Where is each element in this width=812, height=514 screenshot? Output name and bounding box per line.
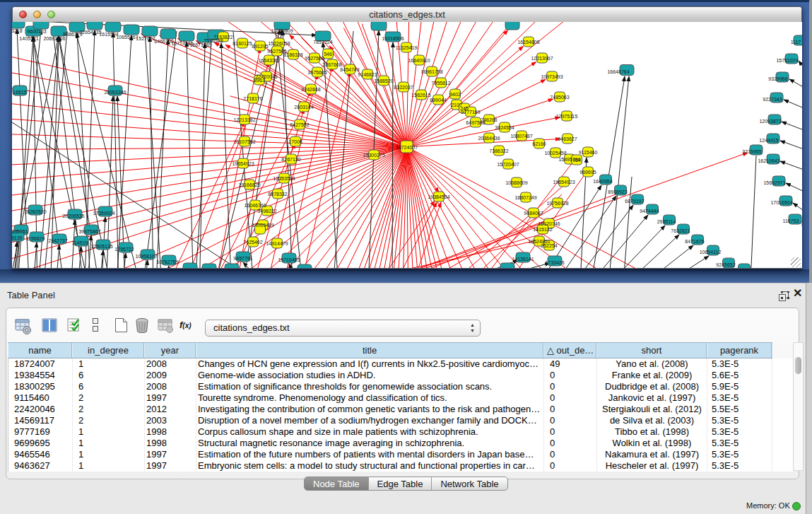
svg-text:1640954: 1640954 [593,179,612,184]
svg-text:39975867: 39975867 [78,229,100,234]
svg-text:7485063: 7485063 [550,95,569,100]
svg-text:2935114: 2935114 [657,219,676,224]
svg-text:15300275: 15300275 [363,153,384,158]
svg-text:39139: 39139 [12,235,23,240]
svg-text:8938923: 8938923 [608,189,627,194]
svg-text:3624554: 3624554 [495,125,514,130]
svg-text:16033809: 16033809 [271,28,293,33]
svg-text:9115460: 9115460 [579,150,598,155]
svg-text:14099489: 14099489 [252,223,273,228]
svg-text:19166825: 19166825 [238,182,260,187]
svg-text:1405571: 1405571 [19,36,38,41]
svg-text:16515: 16515 [13,90,27,95]
svg-text:16046766: 16046766 [244,203,266,208]
svg-text:1615132: 1615132 [533,227,552,232]
svg-text:16154808: 16154808 [517,40,539,45]
svg-text:1588520: 1588520 [374,78,393,83]
svg-text:1562615: 1562615 [411,93,430,98]
svg-text:20364436: 20364436 [478,136,500,141]
svg-text:4192832: 4192832 [498,267,517,269]
svg-text:15692971: 15692971 [763,180,785,185]
svg-text:1795722: 1795722 [114,247,134,252]
svg-text:12975115: 12975115 [556,114,578,119]
svg-text:9777169: 9777169 [461,110,480,115]
svg-text:899044: 899044 [430,98,446,103]
svg-text:19654923: 19654923 [553,180,575,185]
svg-text:10958107: 10958107 [135,254,157,259]
svg-text:2867608: 2867608 [322,62,341,67]
svg-text:10025458: 10025458 [544,151,566,156]
svg-text:10688609: 10688609 [505,180,527,185]
svg-text:7632621: 7632621 [671,228,690,233]
svg-text:12093873: 12093873 [759,119,781,124]
svg-text:9146821: 9146821 [358,72,377,77]
svg-text:546: 546 [324,52,332,57]
svg-text:16671385: 16671385 [189,42,211,47]
svg-text:15716485: 15716485 [278,257,300,262]
svg-text:12505135: 12505135 [90,244,112,249]
svg-text:12213382: 12213382 [233,117,255,122]
svg-text:7163822: 7163822 [213,35,233,40]
svg-text:17359924: 17359924 [93,211,114,216]
svg-text:3498222: 3498222 [257,209,276,214]
svg-text:1156829: 1156829 [26,236,45,241]
svg-text:8427552: 8427552 [290,122,309,127]
svg-text:8454749: 8454749 [340,67,359,72]
svg-text:20691406: 20691406 [43,36,65,41]
svg-text:114519: 114519 [72,240,88,245]
svg-text:12353594: 12353594 [273,176,295,181]
svg-text:16210643: 16210643 [758,158,779,163]
svg-text:9402: 9402 [449,92,461,97]
svg-text:969695: 969695 [579,170,596,175]
svg-text:3215955: 3215955 [742,149,761,154]
svg-text:10107552: 10107552 [233,139,255,144]
svg-text:9684067: 9684067 [524,211,543,216]
svg-text:18724007: 18724007 [396,145,418,150]
svg-text:2718176: 2718176 [243,96,262,101]
svg-text:10807487: 10807487 [510,134,532,139]
svg-text:9329966: 9329966 [768,76,787,81]
svg-text:16640910: 16640910 [408,58,430,63]
svg-text:1244415: 1244415 [759,138,778,143]
svg-text:19218506: 19218506 [382,36,404,41]
svg-text:19654923: 19654923 [232,161,254,166]
svg-text:8878332: 8878332 [268,192,287,197]
svg-text:8322037: 8322037 [394,85,413,90]
svg-text:14136141: 14136141 [512,257,534,262]
svg-text:3675685: 3675685 [307,70,326,75]
svg-text:11325419: 11325419 [396,45,418,50]
svg-text:8267130: 8267130 [281,157,300,162]
svg-text:15751074: 15751074 [776,58,798,63]
svg-text:9600133: 9600133 [27,29,46,34]
svg-text:10654112: 10654112 [700,250,722,255]
svg-text:8961: 8961 [254,78,265,83]
svg-text:15720407: 15720407 [497,162,519,167]
svg-text:7386322: 7386322 [489,148,508,153]
svg-text:14914479: 14914479 [266,241,288,246]
svg-text:1527602: 1527602 [136,36,155,41]
svg-text:26260520: 26260520 [24,209,46,214]
svg-text:02654235: 02654235 [79,30,101,35]
svg-text:7625402: 7625402 [243,240,262,245]
svg-text:891295: 891295 [252,44,268,49]
svg-text:8186328: 8186328 [283,52,302,57]
svg-text:9457791: 9457791 [233,256,252,261]
svg-text:16648764: 16648764 [607,69,629,74]
svg-text:9527508: 9527508 [305,56,324,61]
svg-text:964: 964 [572,158,581,163]
svg-text:9242848: 9242848 [301,87,320,92]
svg-text:2942737: 2942737 [48,238,67,243]
svg-text:15226058: 15226058 [268,41,290,46]
svg-text:7857224: 7857224 [313,40,332,45]
svg-text:8160125: 8160125 [233,41,252,46]
svg-text:17016504: 17016504 [770,200,792,205]
svg-text:12213967: 12213967 [531,56,553,61]
svg-text:64835030: 64835030 [730,268,752,269]
svg-text:17006: 17006 [288,139,302,144]
svg-text:10973493: 10973493 [541,74,563,79]
svg-text:1733426: 1733426 [545,260,564,265]
svg-text:20206536: 20206536 [62,214,84,218]
svg-text:6879197: 6879197 [625,199,644,204]
svg-text:335051: 335051 [12,229,28,234]
svg-text:1292344: 1292344 [179,267,198,269]
